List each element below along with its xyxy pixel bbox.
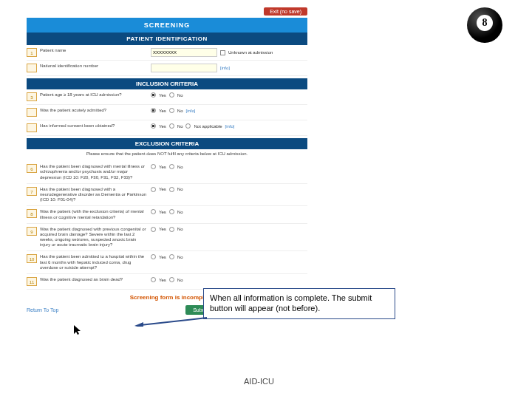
radio-yes[interactable] xyxy=(151,164,156,169)
row-inc-3: Has informed consent been obtained? Yes … xyxy=(27,120,307,136)
info-link[interactable]: [info] xyxy=(185,109,195,113)
row-inc-2: Was the patient acutely admitted? Yes No… xyxy=(27,105,307,120)
radio-yes[interactable] xyxy=(151,187,156,192)
q-label: Has the patient been diagnosed with ment… xyxy=(40,164,151,180)
radio-na[interactable] xyxy=(185,123,191,129)
q-number: 6 xyxy=(27,164,37,173)
q-number xyxy=(27,123,37,132)
footer-label: AID-ICU xyxy=(244,377,274,386)
q-number: 11 xyxy=(27,277,37,286)
row-inc-1: 3 Patient age ≥ 18 years at ICU admissio… xyxy=(27,89,307,105)
row-national-id: National identification number [info] xyxy=(27,61,307,76)
radio-no[interactable] xyxy=(169,187,174,192)
q-label: Was the patient acutely admitted? xyxy=(40,108,151,113)
q-label: Has the patient been admitted to a hospi… xyxy=(40,254,151,270)
radio-no[interactable] xyxy=(169,277,174,282)
unknown-label: Unknown at admission xyxy=(228,50,273,55)
q-label: Has the patient been diagnosed with a ne… xyxy=(40,187,151,203)
radio-no[interactable] xyxy=(169,209,174,214)
callout-box: When all information is complete. The su… xyxy=(203,288,395,319)
radio-yes[interactable] xyxy=(151,108,156,113)
svg-line-0 xyxy=(140,318,207,325)
row-exc-6: 11 Was the patient diagnosed as brain de… xyxy=(27,274,307,290)
q-number xyxy=(27,108,37,117)
q-number: 7 xyxy=(27,187,37,196)
info-link[interactable]: [info] xyxy=(225,124,235,129)
radio-no[interactable] xyxy=(169,164,174,169)
radio-no[interactable] xyxy=(169,227,174,232)
exclusion-subtitle: Please ensure that the patient does NOT … xyxy=(27,149,307,161)
callout-text: When all information is complete. The su… xyxy=(210,293,372,313)
radio-yes[interactable] xyxy=(151,277,156,282)
q-number xyxy=(27,64,37,72)
inclusion-title: INCLUSION CRITERIA xyxy=(27,78,307,89)
return-to-top-link[interactable]: Return To Top xyxy=(27,307,58,313)
radio-no[interactable] xyxy=(169,92,174,98)
radio-no[interactable] xyxy=(169,108,174,113)
screening-form: Exit (no save) SCREENING PATIENT IDENTIF… xyxy=(27,18,307,315)
arrow-icon xyxy=(134,316,208,327)
q-number: 3 xyxy=(27,92,37,101)
radio-yes[interactable] xyxy=(151,254,156,259)
unknown-checkbox[interactable] xyxy=(220,50,225,55)
info-link[interactable]: [info] xyxy=(220,66,230,70)
exit-top-button[interactable]: Exit (no save) xyxy=(264,7,307,16)
q-label: National identification number xyxy=(40,64,151,69)
q-number: 9 xyxy=(27,227,37,236)
patient-id-title: PATIENT IDENTIFICATION xyxy=(27,33,307,45)
row-patient-name: 1 Patient name Unknown at admission xyxy=(27,45,307,61)
radio-no[interactable] xyxy=(169,123,174,129)
row-exc-5: 10 Has the patient been admitted to a ho… xyxy=(27,251,307,274)
q-number: 1 xyxy=(27,48,37,57)
radio-yes[interactable] xyxy=(151,123,156,129)
radio-yes[interactable] xyxy=(151,227,156,232)
q-label: Was the patient (with the exclusion crit… xyxy=(40,209,151,219)
screening-banner: SCREENING xyxy=(27,18,307,33)
radio-yes[interactable] xyxy=(151,92,156,98)
page-number: 8 xyxy=(477,15,493,31)
row-exc-3: 8 Was the patient (with the exclusion cr… xyxy=(27,206,307,223)
radio-no[interactable] xyxy=(169,254,174,259)
row-exc-2: 7 Has the patient been diagnosed with a … xyxy=(27,184,307,207)
patient-name-input[interactable] xyxy=(151,48,217,57)
row-exc-4: 9 Was the patient diagnosed with previou… xyxy=(27,224,307,252)
row-exc-1: 6 Has the patient been diagnosed with me… xyxy=(27,161,307,184)
q-label: Has informed consent been obtained? xyxy=(40,123,151,129)
q-label: Patient name xyxy=(40,48,151,53)
national-id-input[interactable] xyxy=(151,64,217,72)
q-label: Was the patient diagnosed as brain dead? xyxy=(40,277,151,282)
q-number: 10 xyxy=(27,254,37,263)
page-number-badge: 8 xyxy=(467,7,502,43)
q-label: Was the patient diagnosed with previous … xyxy=(40,227,151,248)
q-number: 8 xyxy=(27,209,37,218)
cursor-icon xyxy=(74,325,81,337)
svg-marker-1 xyxy=(134,322,143,327)
exclusion-title: EXCLUSION CRITERIA xyxy=(27,138,307,149)
q-label: Patient age ≥ 18 years at ICU admission? xyxy=(40,92,151,98)
radio-yes[interactable] xyxy=(151,209,156,214)
